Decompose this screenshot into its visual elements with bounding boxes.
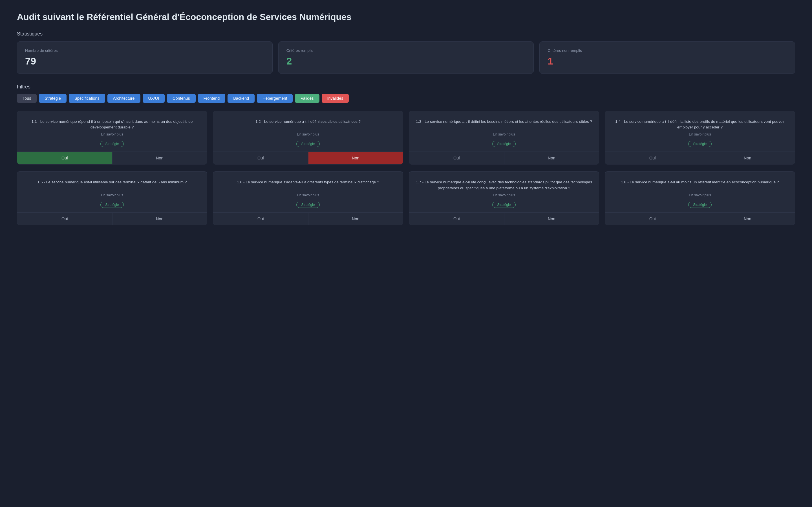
card-link-1-7[interactable]: En savoir plus — [493, 193, 515, 197]
criterion-card-1-6: 1.6 - Le service numérique s'adapte-t-il… — [213, 171, 403, 225]
stat-label-fulfilled: Critères remplis — [287, 48, 526, 53]
criteria-grid-row1: 1.1 - Le service numérique répond-il à u… — [17, 111, 795, 165]
filter-valides[interactable]: Validés — [295, 94, 319, 103]
card-tag-1-1: Stratégie — [100, 141, 123, 147]
filter-strategie[interactable]: Stratégie — [39, 94, 66, 103]
answer-oui-1-7[interactable]: Oui — [409, 213, 504, 225]
card-tag-1-7: Stratégie — [492, 202, 515, 208]
criterion-card-1-1: 1.1 - Le service numérique répond-il à u… — [17, 111, 207, 165]
filter-frontend[interactable]: Frontend — [198, 94, 225, 103]
card-tag-1-5: Stratégie — [100, 202, 123, 208]
filters-section: Filtres Tous Stratégie Spécifications Ar… — [17, 84, 795, 103]
criterion-card-1-2: 1.2 - Le service numérique a-t-il défini… — [213, 111, 403, 165]
stats-title: Statistiques — [17, 31, 795, 37]
answer-oui-1-6[interactable]: Oui — [213, 213, 308, 225]
card-question-1-3: 1.3 - Le service numérique a-t-il défini… — [416, 119, 592, 130]
filters-row: Tous Stratégie Spécifications Architectu… — [17, 94, 795, 103]
card-body-1-2: 1.2 - Le service numérique a-t-il défini… — [213, 111, 403, 152]
card-question-1-2: 1.2 - Le service numérique a-t-il défini… — [255, 119, 361, 130]
answer-oui-1-4[interactable]: Oui — [605, 152, 700, 164]
filter-backend[interactable]: Backend — [227, 94, 255, 103]
stat-value-fulfilled: 2 — [287, 55, 526, 67]
criterion-card-1-7: 1.7 - Le service numérique a-t-il été co… — [409, 171, 599, 225]
filter-tous[interactable]: Tous — [17, 94, 37, 103]
answer-non-1-1[interactable]: Non — [112, 152, 207, 164]
stat-value-unfulfilled: 1 — [548, 55, 787, 67]
filters-title: Filtres — [17, 84, 795, 90]
stat-card-total: Nombre de critères 79 — [17, 41, 273, 74]
card-body-1-4: 1.4 - Le service numérique a-t-il défini… — [605, 111, 795, 152]
answer-non-1-3[interactable]: Non — [504, 152, 599, 164]
criteria-grid-row2: 1.5 - Le service numérique est-il utilis… — [17, 171, 795, 225]
card-footer-1-3: Oui Non — [409, 152, 599, 164]
answer-oui-1-3[interactable]: Oui — [409, 152, 504, 164]
card-footer-1-1: Oui Non — [17, 152, 207, 164]
card-body-1-3: 1.3 - Le service numérique a-t-il défini… — [409, 111, 599, 152]
card-footer-1-6: Oui Non — [213, 212, 403, 225]
card-body-1-5: 1.5 - Le service numérique est-il utilis… — [17, 172, 207, 212]
card-question-1-6: 1.6 - Le service numérique s'adapte-t-il… — [237, 179, 379, 191]
filter-invalides[interactable]: Invalidés — [322, 94, 349, 103]
card-tag-1-2: Stratégie — [296, 141, 319, 147]
answer-non-1-8[interactable]: Non — [700, 213, 795, 225]
card-footer-1-8: Oui Non — [605, 212, 795, 225]
stat-card-fulfilled: Critères remplis 2 — [278, 41, 534, 74]
answer-oui-1-2[interactable]: Oui — [213, 152, 308, 164]
card-question-1-4: 1.4 - Le service numérique a-t-il défini… — [611, 119, 789, 130]
criterion-card-1-5: 1.5 - Le service numérique est-il utilis… — [17, 171, 207, 225]
card-tag-1-3: Stratégie — [492, 141, 515, 147]
answer-non-1-5[interactable]: Non — [112, 213, 207, 225]
card-link-1-2[interactable]: En savoir plus — [297, 132, 319, 136]
card-body-1-8: 1.8 - Le service numérique a-t-il au moi… — [605, 172, 795, 212]
card-link-1-5[interactable]: En savoir plus — [101, 193, 123, 197]
card-link-1-8[interactable]: En savoir plus — [689, 193, 711, 197]
card-link-1-6[interactable]: En savoir plus — [297, 193, 319, 197]
card-question-1-7: 1.7 - Le service numérique a-t-il été co… — [415, 179, 593, 191]
card-question-1-8: 1.8 - Le service numérique a-t-il au moi… — [621, 179, 779, 191]
filter-contenus[interactable]: Contenus — [167, 94, 196, 103]
stats-row: Nombre de critères 79 Critères remplis 2… — [17, 41, 795, 74]
stat-label-total: Nombre de critères — [25, 48, 264, 53]
card-tag-1-6: Stratégie — [296, 202, 319, 208]
criterion-card-1-8: 1.8 - Le service numérique a-t-il au moi… — [605, 171, 795, 225]
filter-architecture[interactable]: Architecture — [107, 94, 140, 103]
answer-non-1-4[interactable]: Non — [700, 152, 795, 164]
card-body-1-6: 1.6 - Le service numérique s'adapte-t-il… — [213, 172, 403, 212]
card-footer-1-2: Oui Non — [213, 152, 403, 164]
card-tag-1-4: Stratégie — [688, 141, 711, 147]
answer-non-1-7[interactable]: Non — [504, 213, 599, 225]
card-footer-1-5: Oui Non — [17, 212, 207, 225]
stat-value-total: 79 — [25, 55, 264, 67]
criterion-card-1-3: 1.3 - Le service numérique a-t-il défini… — [409, 111, 599, 165]
card-body-1-7: 1.7 - Le service numérique a-t-il été co… — [409, 172, 599, 212]
card-question-1-1: 1.1 - Le service numérique répond-il à u… — [23, 119, 201, 130]
filter-specifications[interactable]: Spécifications — [69, 94, 105, 103]
card-footer-1-4: Oui Non — [605, 152, 795, 164]
stat-label-unfulfilled: Critères non remplis — [548, 48, 787, 53]
card-tag-1-8: Stratégie — [688, 202, 711, 208]
answer-non-1-6[interactable]: Non — [308, 213, 403, 225]
answer-oui-1-8[interactable]: Oui — [605, 213, 700, 225]
card-link-1-1[interactable]: En savoir plus — [101, 132, 123, 136]
answer-oui-1-5[interactable]: Oui — [17, 213, 112, 225]
card-link-1-4[interactable]: En savoir plus — [689, 132, 711, 136]
card-footer-1-7: Oui Non — [409, 212, 599, 225]
card-question-1-5: 1.5 - Le service numérique est-il utilis… — [38, 179, 187, 191]
card-body-1-1: 1.1 - Le service numérique répond-il à u… — [17, 111, 207, 152]
criterion-card-1-4: 1.4 - Le service numérique a-t-il défini… — [605, 111, 795, 165]
filter-uxui[interactable]: UX/UI — [143, 94, 165, 103]
filter-hebergement[interactable]: Hébergement — [257, 94, 293, 103]
answer-non-1-2[interactable]: Non — [308, 152, 403, 164]
stat-card-unfulfilled: Critères non remplis 1 — [539, 41, 795, 74]
answer-oui-1-1[interactable]: Oui — [17, 152, 112, 164]
page-title: Audit suivant le Référentiel Général d'É… — [17, 11, 795, 23]
card-link-1-3[interactable]: En savoir plus — [493, 132, 515, 136]
